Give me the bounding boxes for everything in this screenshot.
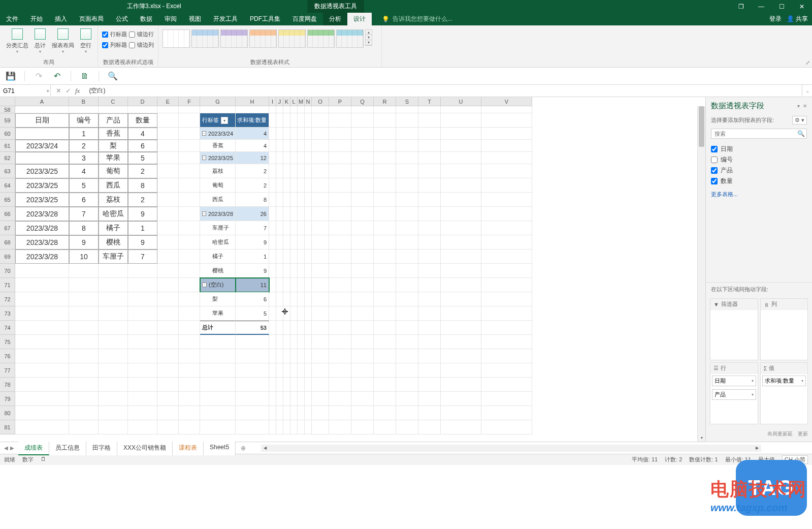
tab-file[interactable]: 文件 <box>0 13 24 25</box>
column-header[interactable]: D <box>128 97 157 106</box>
sheet-nav[interactable]: ◀▶ <box>0 445 18 451</box>
column-headers[interactable]: ABCDEFGHIJKLMNOPQRSTUV <box>15 97 532 106</box>
row-header[interactable]: 76 <box>0 349 15 363</box>
row-header[interactable]: 68 <box>0 235 15 250</box>
column-header[interactable]: N <box>305 97 312 106</box>
rows-zone[interactable]: ☰行 日期▾ 产品▾ <box>710 362 758 424</box>
column-header[interactable]: T <box>418 97 441 106</box>
save-icon[interactable]: 💾 <box>6 72 15 81</box>
subtotals-button[interactable]: 分类汇总▾ <box>4 27 30 55</box>
column-header[interactable]: G <box>200 97 236 106</box>
row-header[interactable]: 78 <box>0 378 15 392</box>
tab-data[interactable]: 数据 <box>134 13 158 25</box>
row-header[interactable]: 60 <box>0 128 15 140</box>
sheet-tab[interactable]: Sheet5 <box>204 442 236 455</box>
field-checkbox[interactable]: 日期 <box>711 144 807 154</box>
collapse-icon[interactable]: − <box>202 155 206 160</box>
sheet-tab[interactable]: 员工信息 <box>49 442 86 455</box>
tab-pagelayout[interactable]: 页面布局 <box>73 13 110 25</box>
redo-icon[interactable]: ↷ <box>34 72 43 81</box>
column-header[interactable]: K <box>283 97 290 106</box>
column-header[interactable]: A <box>15 97 69 106</box>
close-icon[interactable]: ✕ <box>792 0 812 13</box>
row-header[interactable]: 65 <box>0 193 15 207</box>
row-header[interactable]: 70 <box>0 264 15 278</box>
tell-me-search[interactable]: 💡 告诉我您想要做什么... <box>382 15 452 23</box>
collapse-icon[interactable]: − <box>202 283 207 287</box>
column-header[interactable]: M <box>298 97 305 106</box>
column-header[interactable]: H <box>236 97 269 106</box>
cell-grid[interactable]: 日期编号产品数量行标签▾求和项:数量1香蕉4−2023/3/2442023/3/… <box>15 106 532 434</box>
row-header[interactable]: 59 <box>0 113 15 128</box>
sheet-tab[interactable]: 成绩表 <box>18 442 49 455</box>
column-header[interactable]: U <box>441 97 481 106</box>
formula-input[interactable]: (空白) <box>85 86 802 95</box>
row-header[interactable]: 73 <box>0 306 15 321</box>
tab-analyze[interactable]: 分析 <box>323 13 347 25</box>
row-header[interactable]: 66 <box>0 207 15 221</box>
field-search[interactable]: 🔍 <box>711 129 807 139</box>
tab-pdftools[interactable]: PDF工具集 <box>244 13 286 25</box>
cancel-formula-icon[interactable]: ✕ <box>56 87 61 95</box>
sheet-tab[interactable]: 田字格 <box>86 442 117 455</box>
column-header[interactable]: B <box>69 97 99 106</box>
print-icon[interactable]: 🗎 <box>80 72 89 81</box>
column-header[interactable]: C <box>99 97 128 106</box>
row-header[interactable]: 80 <box>0 406 15 420</box>
name-box[interactable]: G71▾ <box>0 85 51 97</box>
column-header[interactable]: R <box>374 97 396 106</box>
row-header[interactable]: 77 <box>0 363 15 378</box>
tab-formulas[interactable]: 公式 <box>110 13 134 25</box>
minimize-icon[interactable]: — <box>751 0 771 13</box>
row-header[interactable]: 61 <box>0 140 15 152</box>
row-header[interactable]: 71 <box>0 278 15 292</box>
grandtotals-button[interactable]: 总计▾ <box>33 27 48 55</box>
tab-baidupan[interactable]: 百度网盘 <box>286 13 323 25</box>
field-checkbox[interactable]: 数量 <box>711 176 807 186</box>
row-header[interactable]: 79 <box>0 392 15 406</box>
values-zone[interactable]: Σ值 求和项:数量▾ <box>760 362 808 424</box>
row-header[interactable]: 75 <box>0 335 15 349</box>
select-all-corner[interactable] <box>0 97 15 106</box>
vertical-scrollbar[interactable]: ▴ ▾ <box>697 106 705 442</box>
column-header[interactable]: Q <box>351 97 374 106</box>
column-header[interactable]: J <box>276 97 283 106</box>
ribbon-display-options-icon[interactable]: ❐ <box>731 0 751 13</box>
tab-view[interactable]: 视图 <box>183 13 207 25</box>
column-header[interactable]: P <box>329 97 351 106</box>
column-header[interactable]: E <box>157 97 179 106</box>
filter-zone[interactable]: ▼筛选器 <box>710 298 758 360</box>
share-button[interactable]: 👤 共享 <box>787 15 808 23</box>
enter-formula-icon[interactable]: ✓ <box>66 87 71 95</box>
col-headers-checkbox[interactable]: 列标题 <box>102 41 127 49</box>
row-header[interactable]: 72 <box>0 292 15 306</box>
banded-cols-checkbox[interactable]: 镶边列 <box>129 41 154 49</box>
field-search-input[interactable] <box>711 129 807 139</box>
style-gallery-scroll[interactable]: ▴▾▾ <box>365 29 372 46</box>
sheet-tab[interactable]: XXX公司销售额 <box>117 442 173 455</box>
scroll-thumb[interactable] <box>699 106 704 147</box>
pivot-filter-dropdown-icon[interactable]: ▾ <box>221 117 228 124</box>
horizontal-scrollbar[interactable]: ◀▶ <box>261 445 761 452</box>
columns-zone[interactable]: ⫼列 <box>760 298 808 360</box>
insert-function-icon[interactable]: fx <box>75 87 80 95</box>
tab-developer[interactable]: 开发工具 <box>207 13 244 25</box>
pivot-style-gallery[interactable]: ▴▾▾ <box>163 27 372 48</box>
undo-icon[interactable]: ↶ <box>52 72 61 81</box>
row-header[interactable]: 67 <box>0 221 15 235</box>
blankrows-button[interactable]: 空行▾ <box>78 27 93 55</box>
field-checkbox[interactable]: 产品 <box>711 165 807 176</box>
row-header[interactable]: 58 <box>0 106 15 113</box>
expand-formula-bar-icon[interactable]: ⌄ <box>802 85 812 97</box>
tab-home[interactable]: 开始 <box>24 13 49 25</box>
field-list-gear-icon[interactable]: ⚙ ▾ <box>792 116 807 125</box>
login-link[interactable]: 登录 <box>769 15 782 23</box>
field-checkbox[interactable]: 编号 <box>711 154 807 165</box>
column-header[interactable]: V <box>481 97 532 106</box>
column-header[interactable]: F <box>179 97 200 106</box>
row-header[interactable]: 81 <box>0 420 15 434</box>
maximize-icon[interactable]: ☐ <box>771 0 792 13</box>
tab-review[interactable]: 审阅 <box>158 13 183 25</box>
banded-rows-checkbox[interactable]: 镶边行 <box>129 30 154 38</box>
more-tables-link[interactable]: 更多表格... <box>706 190 812 202</box>
